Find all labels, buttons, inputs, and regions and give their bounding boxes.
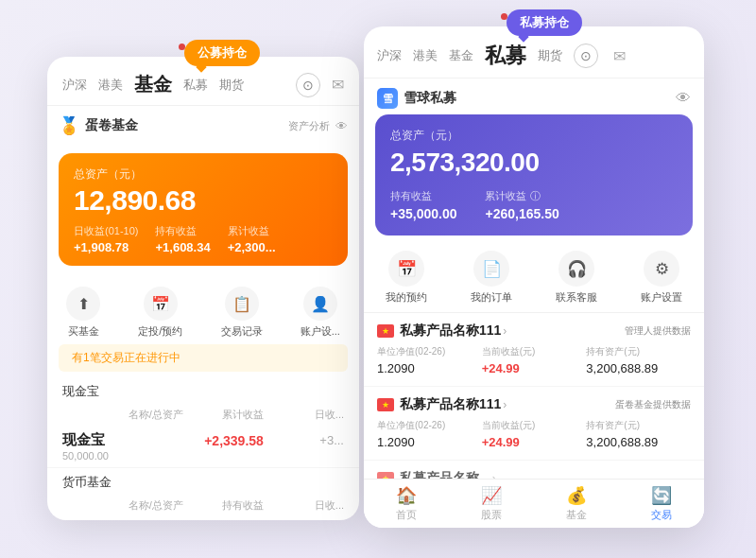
nav-funds[interactable]: 💰 基金 [534, 480, 619, 528]
holding-label: 持有收益 [155, 224, 210, 238]
nav-trade[interactable]: 🔄 交易 [619, 480, 704, 528]
orders-label: 我的订单 [471, 290, 512, 305]
cumulative-label: 累计收益 [228, 224, 276, 238]
cash-sub: 50,000.00 [62, 450, 344, 462]
assets-value-2: 3,200,688.89 [586, 435, 658, 449]
schedule-icon: 📅 [144, 287, 178, 321]
orders-icon: 📄 [473, 251, 509, 287]
buy-fund-label: 买基金 [68, 324, 99, 339]
cumulative-value: +2,300... [228, 240, 276, 254]
acct-settings-label: 账户设置 [641, 290, 682, 305]
my-orders-btn[interactable]: 📄 我的订单 [471, 251, 512, 305]
product-row-2[interactable]: 私募产品名称111 › 蛋卷基金提供数据 单位净值(02-26) 1.2090 … [364, 387, 704, 461]
purple-main-amount: 2,573,320.00 [390, 148, 678, 178]
product-row-1[interactable]: 私募产品名称111 › 管理人提供数据 单位净值(02-26) 1.2090 当… [364, 313, 704, 387]
left-nav-fund[interactable]: 基金 [134, 72, 172, 97]
product-name-2: 私募产品名称111 [400, 396, 501, 413]
settings-icon[interactable]: ⊙ [296, 73, 320, 97]
right-nav-hushen[interactable]: 沪深 [377, 47, 402, 64]
purple-cumulative-label: 累计收益 ⓘ [485, 189, 558, 203]
snowball-name: 雪球私募 [404, 90, 456, 107]
product-tag-2: 蛋卷基金提供数据 [615, 398, 691, 411]
badge-dot-right [501, 13, 507, 20]
brand-icon: 🏅 [59, 115, 79, 136]
left-nav-simu[interactable]: 私募 [183, 77, 208, 94]
nav-value-1: 1.2090 [377, 361, 415, 375]
acct-settings-icon: ⚙ [644, 251, 679, 287]
profit-label-2: 当前收益(元) [482, 419, 587, 432]
left-card: 沪深 港美 基金 私募 期货 ⊙ ✉ 🏅 蛋卷基金 资产分析 👁 总资产（元） … [47, 57, 359, 520]
progress-notice: 有1笔交易正在进行中 [59, 344, 348, 372]
badge-left: 公募持仓 [184, 40, 260, 66]
account-btn[interactable]: 👤 账户设... [301, 287, 340, 339]
schedule-label: 定投/预约 [138, 324, 182, 339]
snowball-header: 雪 雪球私募 👁 [364, 78, 704, 114]
purple-cumulative-value: +260,165.50 [485, 206, 558, 221]
assets-value-1: 3,200,688.89 [586, 361, 658, 375]
holding-value: +1,608.34 [155, 240, 210, 254]
nav-home[interactable]: 🏠 首页 [364, 480, 449, 528]
account-icon: 👤 [303, 287, 337, 321]
table-header-2: 名称/总资产 持有收益 日收... [47, 495, 359, 516]
account-settings-btn[interactable]: ⚙ 账户设置 [641, 251, 682, 305]
table-row[interactable]: 现金宝 +2,339.58 +3... 50,000.00 [47, 426, 359, 468]
mail-icon[interactable]: ✉ [332, 76, 344, 94]
orange-card: 总资产（元） 12,890.68 日收益(01-10) +1,908.78 持有… [59, 153, 348, 266]
bottom-nav: 🏠 首页 📈 股票 💰 基金 🔄 交易 [364, 479, 704, 528]
right-settings-icon[interactable]: ⊙ [574, 44, 598, 68]
section-currency: 货币基金 [47, 468, 359, 495]
reservation-label: 我的预约 [386, 290, 427, 305]
total-assets-label: 总资产（元） [74, 166, 142, 183]
right-nav-gangmei[interactable]: 港美 [413, 47, 438, 64]
service-icon: 🎧 [558, 251, 594, 287]
trade-icon: 🔄 [651, 485, 672, 506]
left-nav-gangmei[interactable]: 港美 [98, 77, 123, 94]
buy-fund-btn[interactable]: ⬆ 买基金 [66, 287, 100, 339]
customer-service-btn[interactable]: 🎧 联系客服 [556, 251, 597, 305]
product-tag-1: 管理人提供数据 [625, 324, 691, 338]
section-cash: 现金宝 [47, 377, 359, 404]
purple-card: 总资产（元） 2,573,320.00 持有收益 +35,000.00 累计收益… [375, 114, 693, 235]
right-nav-simu[interactable]: 私募 [485, 42, 526, 70]
nav-label-1: 单位净值(02-26) [377, 345, 482, 358]
stocks-label: 股票 [481, 508, 502, 522]
right-card: 沪深 港美 基金 私募 期货 ⊙ ✉ 雪 雪球私募 👁 总资产（元） 2,573… [364, 26, 704, 528]
records-label: 交易记录 [221, 324, 263, 339]
right-icon-row: 📅 我的预约 📄 我的订单 🎧 联系客服 ⚙ 账户设置 [364, 245, 704, 313]
snowball-eye-icon[interactable]: 👁 [676, 90, 691, 107]
my-reservation-btn[interactable]: 📅 我的预约 [386, 251, 427, 305]
cash-name: 现金宝 [62, 431, 183, 449]
flag-icon-1 [377, 324, 394, 338]
reservation-icon: 📅 [388, 251, 424, 287]
purple-holding-label: 持有收益 [390, 189, 456, 203]
badge-right: 私募持仓 [507, 9, 582, 36]
profit-value-2: +24.99 [482, 435, 520, 449]
schedule-btn[interactable]: 📅 定投/预约 [138, 287, 182, 339]
records-icon: 📋 [225, 287, 259, 321]
product-arrow-1: › [503, 324, 507, 338]
snowball-brand: 雪 雪球私募 [377, 88, 456, 109]
right-nav-qihuo[interactable]: 期货 [538, 47, 562, 64]
snowball-logo: 雪 [377, 88, 398, 109]
brand-name: 蛋卷基金 [85, 117, 138, 134]
left-nav-hushen[interactable]: 沪深 [62, 77, 87, 94]
left-nav-qihuo[interactable]: 期货 [219, 77, 244, 94]
right-mail-icon[interactable]: ✉ [613, 47, 626, 65]
service-label: 联系客服 [556, 290, 597, 305]
product-name-1: 私募产品名称111 [400, 323, 501, 340]
right-nav-fund[interactable]: 基金 [449, 47, 473, 64]
nav-value-2: 1.2090 [377, 435, 415, 449]
profit-label-1: 当前收益(元) [482, 345, 587, 358]
purple-total-label: 总资产（元） [390, 128, 678, 144]
cash-cumulative: +2,339.58 [183, 433, 264, 448]
records-btn[interactable]: 📋 交易记录 [221, 287, 263, 339]
funds-icon: 💰 [566, 485, 587, 506]
assets-analysis-link[interactable]: 资产分析 [288, 119, 330, 133]
assets-label-1: 持有资产(元) [586, 345, 691, 358]
left-icon-row: ⬆ 买基金 📅 定投/预约 📋 交易记录 👤 账户设... [47, 277, 359, 344]
product-arrow-2: › [503, 398, 507, 411]
daily-value: +1,908.78 [74, 240, 129, 254]
nav-stocks[interactable]: 📈 股票 [449, 480, 534, 528]
daily-label: 日收益(01-10) [74, 224, 138, 238]
eye-icon[interactable]: 👁 [335, 119, 348, 133]
